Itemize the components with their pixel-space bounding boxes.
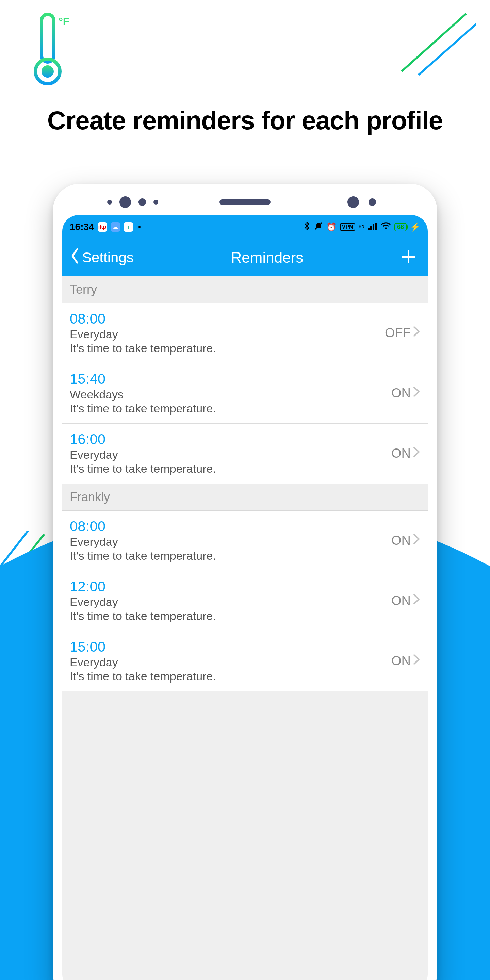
reminder-state: ON — [391, 446, 411, 461]
statusbar: 16:34 iltp ☁ i ⏰ VPN HD — [62, 215, 428, 239]
reminder-state: OFF — [385, 326, 411, 340]
svg-line-1 — [418, 24, 476, 75]
page-headline: Create reminders for each profile — [0, 105, 490, 135]
svg-rect-19 — [372, 224, 374, 230]
reminder-state: ON — [391, 386, 411, 401]
reminder-time: 16:00 — [70, 431, 216, 447]
page-title: Reminders — [231, 249, 304, 266]
thermometer-logo-icon: °F — [27, 11, 75, 88]
logo-unit: °F — [59, 15, 69, 27]
phone-screen: 16:34 iltp ☁ i ⏰ VPN HD — [62, 215, 428, 980]
phone-top-hardware — [53, 195, 437, 209]
svg-rect-20 — [375, 223, 377, 230]
statusbar-app-icon: iltp — [98, 222, 107, 232]
reminder-time: 15:00 — [70, 639, 216, 655]
reminder-row[interactable]: 12:00 Everyday It's time to take tempera… — [62, 571, 428, 631]
plus-icon — [401, 260, 416, 266]
reminder-message: It's time to take temperature. — [70, 402, 216, 415]
chevron-right-icon — [413, 533, 420, 548]
statusbar-time: 16:34 — [70, 221, 94, 232]
section-header: Terry — [62, 276, 428, 303]
reminder-repeat: Everyday — [70, 448, 216, 461]
chevron-right-icon — [413, 593, 420, 608]
reminder-repeat: Everyday — [70, 595, 216, 609]
reminder-state: ON — [391, 593, 411, 608]
reminder-repeat: Weekdays — [70, 388, 216, 401]
reminder-row[interactable]: 15:00 Everyday It's time to take tempera… — [62, 631, 428, 692]
chevron-right-icon — [413, 386, 420, 401]
svg-line-0 — [401, 14, 466, 72]
bluetooth-icon — [303, 221, 311, 232]
svg-rect-17 — [368, 228, 369, 230]
reminder-row[interactable]: 08:00 Everyday It's time to take tempera… — [62, 303, 428, 363]
svg-point-21 — [385, 227, 387, 229]
reminder-repeat: Everyday — [70, 535, 216, 549]
hd-badge: HD — [359, 224, 364, 229]
reminder-row[interactable]: 16:00 Everyday It's time to take tempera… — [62, 424, 428, 484]
reminder-message: It's time to take temperature. — [70, 670, 216, 683]
section-header: Frankly — [62, 484, 428, 511]
chevron-right-icon — [413, 654, 420, 668]
alarm-icon: ⏰ — [326, 222, 337, 232]
reminder-time: 08:00 — [70, 311, 216, 327]
mute-icon — [314, 221, 323, 232]
signal-icon — [368, 222, 377, 232]
statusbar-app2-icon: i — [124, 222, 133, 232]
statusbar-more-icon — [138, 226, 140, 228]
chevron-left-icon — [70, 248, 80, 267]
svg-point-15 — [41, 65, 54, 78]
charging-icon: ⚡ — [410, 222, 420, 232]
decor-diag-top — [388, 10, 476, 78]
back-button[interactable]: Settings — [70, 248, 134, 267]
reminder-time: 15:40 — [70, 371, 216, 387]
chevron-right-icon — [413, 326, 420, 340]
reminder-repeat: Everyday — [70, 656, 216, 669]
reminder-message: It's time to take temperature. — [70, 549, 216, 563]
reminder-row[interactable]: 08:00 Everyday It's time to take tempera… — [62, 511, 428, 571]
reminder-message: It's time to take temperature. — [70, 342, 216, 355]
reminders-list: Terry 08:00 Everyday It's time to take t… — [62, 276, 428, 692]
reminder-repeat: Everyday — [70, 328, 216, 341]
phone-mock: 16:34 iltp ☁ i ⏰ VPN HD — [53, 184, 437, 980]
chevron-right-icon — [413, 446, 420, 461]
battery-badge: 66 — [395, 223, 407, 231]
add-button[interactable] — [401, 249, 416, 266]
reminder-state: ON — [391, 533, 411, 548]
statusbar-weather-icon: ☁ — [111, 222, 120, 232]
reminder-time: 08:00 — [70, 518, 216, 535]
back-label: Settings — [82, 250, 134, 266]
reminder-time: 12:00 — [70, 579, 216, 595]
reminder-message: It's time to take temperature. — [70, 462, 216, 476]
svg-rect-18 — [370, 226, 372, 230]
reminder-row[interactable]: 15:40 Weekdays It's time to take tempera… — [62, 363, 428, 424]
reminder-message: It's time to take temperature. — [70, 609, 216, 623]
vpn-badge: VPN — [340, 223, 355, 231]
reminder-state: ON — [391, 654, 411, 668]
wifi-icon — [381, 222, 391, 232]
navbar: Settings Reminders — [62, 239, 428, 276]
